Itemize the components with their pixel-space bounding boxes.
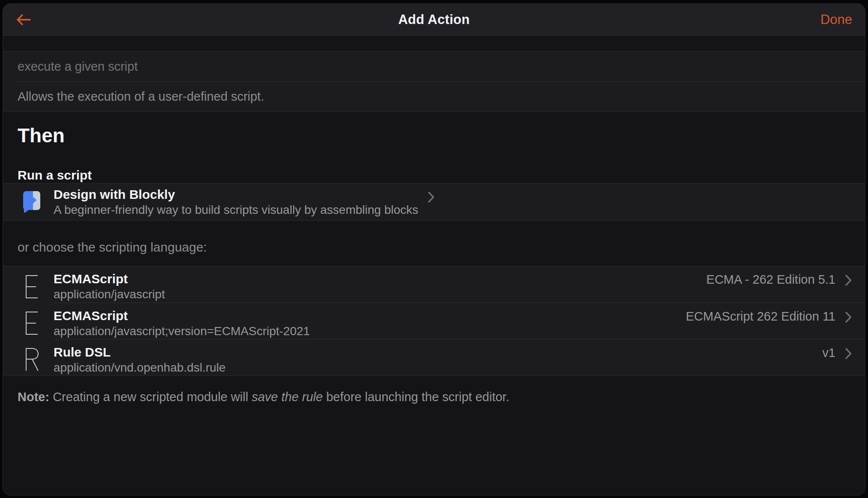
language-title: Rule DSL	[54, 345, 226, 360]
blockly-section: Design with Blockly A beginner-friendly …	[3, 183, 865, 221]
chevron-right-icon	[845, 348, 852, 360]
back-arrow-icon	[16, 14, 31, 26]
ecmascript-letter-icon	[24, 275, 54, 299]
chevron-right-icon	[428, 191, 435, 203]
add-action-modal: Add Action Done Allows the execution of …	[3, 3, 865, 495]
footer-note: Note: Creating a new scripted module wil…	[18, 389, 850, 405]
navbar: Add Action Done	[3, 4, 865, 36]
list-item-rule-dsl[interactable]: Rule DSL application/vnd.openhab.dsl.rul…	[3, 339, 865, 375]
blockly-title: Design with Blockly	[54, 187, 418, 202]
rule-dsl-letter-icon	[24, 348, 54, 372]
chevron-right-icon	[845, 274, 852, 286]
language-version: v1	[822, 345, 835, 361]
list-item-ecmascript-5[interactable]: ECMAScript application/javascript ECMA -…	[3, 266, 865, 303]
language-version: ECMA - 262 Edition 5.1	[706, 271, 835, 288]
language-mime: application/vnd.openhab.dsl.rule	[54, 361, 226, 375]
module-description-row: Allows the execution of a user-defined s…	[18, 81, 865, 111]
module-name-input[interactable]	[18, 60, 850, 74]
done-button[interactable]: Done	[820, 12, 852, 27]
note-label: Note:	[18, 390, 49, 404]
blockly-logo-icon	[22, 190, 41, 213]
language-title: ECMAScript	[54, 271, 165, 287]
module-name-row[interactable]	[3, 51, 865, 81]
list-item-ecmascript-2021[interactable]: ECMAScript application/javascript;versio…	[3, 303, 865, 339]
language-version: ECMAScript 262 Edition 11	[686, 308, 835, 324]
choose-language-label: or choose the scripting language:	[18, 240, 865, 255]
language-mime: application/javascript;version=ECMAScrip…	[54, 324, 310, 338]
then-heading: Then	[18, 124, 865, 147]
page-title: Add Action	[3, 12, 865, 27]
language-mime: application/javascript	[54, 288, 165, 301]
chevron-right-icon	[845, 311, 852, 323]
language-list: ECMAScript application/javascript ECMA -…	[3, 266, 865, 376]
language-title: ECMAScript	[54, 308, 310, 324]
module-config-section: Allows the execution of a user-defined s…	[3, 51, 865, 112]
back-button[interactable]	[16, 14, 31, 26]
design-with-blockly-item[interactable]: Design with Blockly A beginner-friendly …	[3, 183, 865, 220]
ecmascript-letter-icon	[24, 311, 54, 335]
blockly-subtitle: A beginner-friendly way to build scripts…	[54, 203, 418, 217]
module-description: Allows the execution of a user-defined s…	[18, 90, 264, 104]
run-a-script-heading: Run a script	[18, 168, 865, 183]
